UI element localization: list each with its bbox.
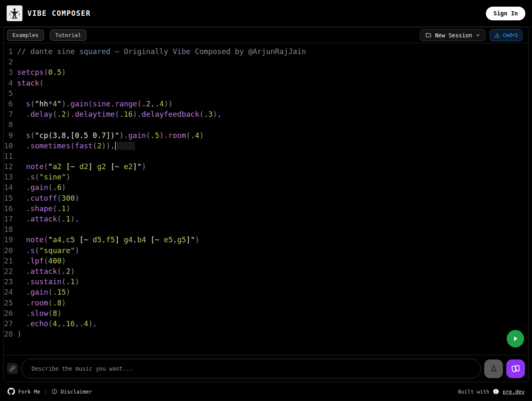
- app-title: VIBE COMPOSER: [27, 9, 91, 17]
- conductor-logo-icon: [7, 5, 22, 21]
- play-icon: [511, 335, 520, 343]
- code-line-4[interactable]: 4stack(: [4, 78, 528, 88]
- code-line-19[interactable]: 19 note("a4,c5 [~ d5,f5] g4,b4 [~ e5,g5]…: [4, 234, 528, 245]
- app-header: VIBE COMPOSER Sign In: [0, 0, 532, 27]
- tutorial-button[interactable]: Tutorial: [50, 30, 87, 41]
- send-button[interactable]: [484, 359, 503, 378]
- code-line-9[interactable]: 9 s("cp(3,8,[0.5 0.7])").gain(.5).room(.…: [4, 130, 528, 140]
- attach-link-button[interactable]: [7, 363, 18, 374]
- line-number: 11: [4, 151, 13, 161]
- code-text: [17, 88, 528, 98]
- toolbar-left: Examples Tutorial: [7, 30, 86, 41]
- fork-me-label: Fork Me: [18, 389, 40, 395]
- code-text: setcps(0.5): [17, 67, 528, 77]
- code-text: .cutoff(300): [17, 193, 528, 203]
- line-number: 10: [4, 140, 13, 151]
- code-line-1[interactable]: 1// dante sine squared — Originally Vibe…: [4, 46, 528, 57]
- code-line-6[interactable]: 6 s("hh*4").gain(sine.range(.2,.4)): [4, 98, 528, 109]
- code-line-11[interactable]: 11: [4, 151, 528, 161]
- code-line-28[interactable]: 28): [4, 329, 528, 339]
- examples-button[interactable]: Examples: [7, 30, 44, 41]
- code-line-20[interactable]: 20 .s("square"): [4, 245, 528, 256]
- line-number: 17: [4, 214, 13, 224]
- code-text: .s("square"): [17, 245, 528, 256]
- code-text: .attack(.1),: [17, 214, 528, 224]
- new-session-label: New Session: [435, 32, 472, 39]
- code-line-17[interactable]: 17 .attack(.1),: [4, 214, 528, 224]
- pre-dev-link[interactable]: pre.dev: [503, 389, 525, 395]
- code-text: .attack(.2): [17, 266, 528, 276]
- line-number: 26: [4, 308, 13, 318]
- line-number: 14: [4, 182, 13, 192]
- code-text: .sustain(.1): [17, 276, 528, 287]
- prompt-input[interactable]: [21, 359, 481, 379]
- code-line-13[interactable]: 13 .s("sine"): [4, 172, 528, 182]
- info-icon: [51, 389, 57, 394]
- code-text: .shape(.1): [17, 203, 528, 214]
- line-number: 27: [4, 318, 13, 329]
- code-text: .s("sine"): [17, 172, 528, 182]
- code-line-12[interactable]: 12 note("a2 [~ d2] g2 [~ e2]"): [4, 161, 528, 172]
- run-button[interactable]: [507, 330, 524, 347]
- chevron-down-icon: [476, 33, 480, 37]
- footer-right: Built with pre.dev: [458, 388, 525, 395]
- line-number: 5: [4, 88, 13, 98]
- folder-icon: [425, 32, 431, 38]
- main-panel: Examples Tutorial New Session: [3, 27, 529, 382]
- disclaimer-label: Disclaimer: [61, 389, 92, 395]
- line-number: 23: [4, 276, 13, 287]
- line-number: 28: [4, 329, 13, 339]
- code-text: .lpf(400): [17, 256, 528, 266]
- send-icon: [489, 364, 498, 373]
- code-line-23[interactable]: 23 .sustain(.1): [4, 276, 528, 287]
- ghost-highlight: [117, 142, 135, 150]
- code-line-5[interactable]: 5: [4, 88, 528, 98]
- line-number: 15: [4, 193, 13, 203]
- code-line-2[interactable]: 2: [4, 57, 528, 67]
- cmd-s-button[interactable]: Cmd+S: [490, 29, 522, 41]
- code-line-7[interactable]: 7 .delay(.2).delaytime(.16).delayfeedbac…: [4, 109, 528, 119]
- line-number: 8: [4, 119, 13, 130]
- toolbar: Examples Tutorial New Session: [4, 27, 528, 43]
- code-line-15[interactable]: 15 .cutoff(300): [4, 193, 528, 203]
- flashcards-button[interactable]: [506, 359, 525, 378]
- code-line-24[interactable]: 24 .gain(.15): [4, 287, 528, 297]
- code-line-8[interactable]: 8: [4, 119, 528, 130]
- sign-in-button[interactable]: Sign In: [486, 7, 525, 20]
- code-line-26[interactable]: 26 .slow(8): [4, 308, 528, 318]
- line-number: 3: [4, 67, 13, 77]
- code-text: .sometimes(fast(2)),: [17, 140, 528, 151]
- code-line-27[interactable]: 27 .echo(4,.16,.4),: [4, 318, 528, 329]
- code-line-21[interactable]: 21 .lpf(400): [4, 256, 528, 266]
- code-text: .gain(.15): [17, 287, 528, 297]
- code-text: stack(: [17, 78, 528, 88]
- code-text: .room(.8): [17, 298, 528, 308]
- new-session-button[interactable]: New Session: [420, 29, 485, 41]
- prompt-bar: [4, 355, 528, 382]
- code-line-10[interactable]: 10 .sometimes(fast(2)),: [4, 140, 528, 151]
- line-number: 19: [4, 234, 13, 245]
- code-line-3[interactable]: 3setcps(0.5): [4, 67, 528, 77]
- code-editor[interactable]: 1// dante sine squared — Originally Vibe…: [4, 43, 528, 355]
- cmd-s-label: Cmd+S: [503, 32, 518, 38]
- code-line-14[interactable]: 14 .gain(.6): [4, 182, 528, 192]
- line-number: 18: [4, 224, 13, 234]
- github-icon: [7, 388, 15, 395]
- code-text: note("a2 [~ d2] g2 [~ e2]"): [17, 161, 528, 172]
- disclaimer-link[interactable]: Disclaimer: [51, 389, 92, 395]
- line-number: 25: [4, 298, 13, 308]
- code-line-25[interactable]: 25 .room(.8): [4, 298, 528, 308]
- code-text: ): [17, 329, 528, 339]
- code-text: [17, 119, 528, 130]
- code-line-22[interactable]: 22 .attack(.2): [4, 266, 528, 276]
- footer-left: Fork Me | Disclaimer: [7, 388, 92, 395]
- line-number: 7: [4, 109, 13, 119]
- code-line-18[interactable]: 18: [4, 224, 528, 234]
- line-number: 4: [4, 78, 13, 88]
- code-line-16[interactable]: 16 .shape(.1): [4, 203, 528, 214]
- code-text: .delay(.2).delaytime(.16).delayfeedback(…: [17, 109, 528, 119]
- fork-me-link[interactable]: Fork Me: [7, 388, 40, 395]
- line-number: 22: [4, 266, 13, 276]
- footer: Fork Me | Disclaimer Built with pre.dev: [0, 382, 532, 401]
- line-number: 9: [4, 130, 13, 140]
